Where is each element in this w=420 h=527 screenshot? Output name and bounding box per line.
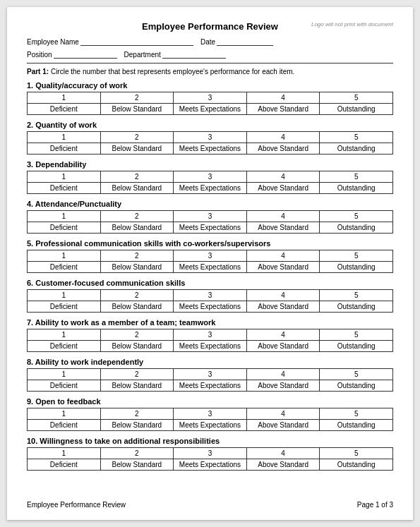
descriptor-cell: Deficient [28, 341, 101, 352]
part-instruction-text: Circle the number that best represents e… [49, 68, 294, 75]
section-title-2: 2. Quantity of work [27, 121, 393, 129]
number-cell: 2 [100, 211, 174, 222]
numbers-row: 12345 [28, 171, 393, 183]
page-title: Employee Performance Review [142, 21, 278, 32]
employee-name-line [80, 36, 193, 46]
divider [27, 63, 393, 63]
descriptor-cell: Below Standard [100, 301, 174, 313]
number-cell: 4 [246, 448, 320, 459]
number-cell: 1 [28, 408, 101, 420]
page-footer: Employee Performance Review Page 1 of 3 [27, 501, 393, 509]
descriptor-cell: Meets Expectations [174, 143, 247, 155]
section-title-1: 1. Quality/accuracy of work [27, 81, 393, 90]
descriptor-cell: Outstanding [320, 104, 393, 115]
section-title-4: 4. Attendance/Punctuality [27, 200, 393, 208]
descriptor-cell: Meets Expectations [174, 104, 247, 115]
descriptor-cell: Below Standard [100, 222, 174, 234]
descriptor-cell: Above Standard [246, 459, 320, 471]
numbers-row: 12345 [28, 290, 393, 301]
number-cell: 3 [174, 369, 247, 380]
descriptor-cell: Deficient [28, 222, 101, 234]
number-cell: 2 [100, 369, 174, 380]
section-title-3: 3. Dependability [27, 160, 393, 169]
number-cell: 1 [28, 290, 101, 301]
descriptor-cell: Outstanding [320, 380, 393, 392]
rating-table-7: 12345DeficientBelow StandardMeets Expect… [27, 329, 393, 352]
number-cell: 5 [320, 369, 393, 380]
rating-table-4: 12345DeficientBelow StandardMeets Expect… [27, 210, 393, 234]
number-cell: 4 [246, 171, 320, 183]
footer-left: Employee Performance Review [27, 501, 126, 509]
number-cell: 4 [246, 408, 320, 420]
number-cell: 2 [100, 290, 174, 301]
descriptor-cell: Deficient [28, 380, 101, 392]
number-cell: 5 [320, 448, 393, 459]
number-cell: 1 [28, 448, 101, 459]
number-cell: 5 [320, 132, 393, 143]
descriptors-row: DeficientBelow StandardMeets Expectation… [28, 380, 393, 392]
rating-table-8: 12345DeficientBelow StandardMeets Expect… [27, 368, 393, 392]
number-cell: 5 [320, 250, 393, 262]
descriptors-row: DeficientBelow StandardMeets Expectation… [28, 183, 393, 194]
number-cell: 1 [28, 369, 101, 380]
descriptor-cell: Outstanding [320, 459, 393, 471]
number-cell: 1 [28, 250, 101, 262]
descriptors-row: DeficientBelow StandardMeets Expectation… [28, 341, 393, 352]
section-7: 7. Ability to work as a member of a team… [27, 318, 393, 352]
rating-table-1: 12345DeficientBelow StandardMeets Expect… [27, 92, 393, 115]
department-line [162, 49, 226, 59]
number-cell: 3 [174, 408, 247, 420]
number-cell: 1 [28, 171, 101, 183]
descriptor-cell: Deficient [28, 183, 101, 194]
number-cell: 4 [246, 290, 320, 301]
descriptor-cell: Meets Expectations [174, 183, 247, 194]
descriptors-row: DeficientBelow StandardMeets Expectation… [28, 420, 393, 431]
number-cell: 2 [100, 408, 174, 420]
part-instruction: Part 1: Circle the number that best repr… [27, 68, 393, 75]
number-cell: 5 [320, 290, 393, 301]
section-title-7: 7. Ability to work as a member of a team… [27, 318, 393, 327]
number-cell: 3 [174, 211, 247, 222]
number-cell: 5 [320, 329, 393, 341]
page: Employee Performance Review Logo will no… [7, 7, 413, 520]
descriptor-cell: Below Standard [100, 183, 174, 194]
section-title-5: 5. Professional communication skills wit… [27, 239, 393, 248]
number-cell: 5 [320, 92, 393, 104]
descriptor-cell: Deficient [28, 459, 101, 471]
descriptors-row: DeficientBelow StandardMeets Expectation… [28, 222, 393, 234]
rating-table-10: 12345DeficientBelow StandardMeets Expect… [27, 447, 393, 471]
descriptor-cell: Meets Expectations [174, 459, 247, 471]
descriptor-cell: Above Standard [246, 222, 320, 234]
descriptor-cell: Below Standard [100, 420, 174, 431]
descriptor-cell: Above Standard [246, 262, 320, 273]
descriptor-cell: Below Standard [100, 341, 174, 352]
section-10: 10. Willingness to take on additional re… [27, 437, 393, 471]
descriptor-cell: Outstanding [320, 183, 393, 194]
section-6: 6. Customer-focused communication skills… [27, 279, 393, 313]
numbers-row: 12345 [28, 132, 393, 143]
descriptor-cell: Outstanding [320, 143, 393, 155]
descriptor-cell: Below Standard [100, 143, 174, 155]
descriptor-cell: Above Standard [246, 183, 320, 194]
section-4: 4. Attendance/Punctuality12345DeficientB… [27, 200, 393, 234]
number-cell: 2 [100, 132, 174, 143]
number-cell: 3 [174, 250, 247, 262]
numbers-row: 12345 [28, 92, 393, 104]
numbers-row: 12345 [28, 369, 393, 380]
section-title-6: 6. Customer-focused communication skills [27, 279, 393, 287]
descriptor-cell: Meets Expectations [174, 341, 247, 352]
form-fields: Employee Name Date Position Department [27, 36, 393, 59]
number-cell: 1 [28, 211, 101, 222]
date-label: Date [200, 38, 215, 46]
descriptor-cell: Below Standard [100, 459, 174, 471]
employee-name-field: Employee Name [27, 36, 193, 46]
number-cell: 2 [100, 92, 174, 104]
footer-right: Page 1 of 3 [357, 501, 393, 509]
number-cell: 1 [28, 92, 101, 104]
number-cell: 3 [174, 448, 247, 459]
descriptor-cell: Meets Expectations [174, 420, 247, 431]
descriptor-cell: Outstanding [320, 262, 393, 273]
rating-table-3: 12345DeficientBelow StandardMeets Expect… [27, 171, 393, 194]
descriptor-cell: Below Standard [100, 380, 174, 392]
descriptor-cell: Below Standard [100, 262, 174, 273]
